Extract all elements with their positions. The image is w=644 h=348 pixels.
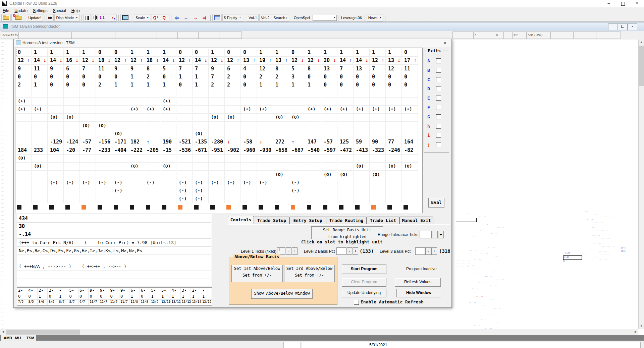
grid-cell[interactable] bbox=[306, 195, 321, 203]
update-underlying-button[interactable]: Update Underlying bbox=[342, 289, 386, 297]
grid-cell[interactable]: 11 bbox=[402, 65, 418, 73]
grid-cell[interactable]: (O) bbox=[289, 114, 305, 122]
grid-cell[interactable] bbox=[225, 195, 241, 203]
grid-cell[interactable] bbox=[145, 130, 160, 138]
grid-cell[interactable] bbox=[225, 90, 241, 98]
grid-cell[interactable] bbox=[96, 106, 112, 114]
grid-cell[interactable] bbox=[306, 122, 321, 130]
menu-file[interactable]: File bbox=[0, 8, 12, 14]
grid-cell[interactable]: (+) bbox=[16, 106, 32, 114]
grid-cell[interactable] bbox=[354, 187, 370, 195]
grid-cell[interactable]: 8 bbox=[273, 65, 289, 73]
grid-cell[interactable] bbox=[402, 155, 418, 163]
strip-date[interactable]: 13/9 bbox=[150, 300, 160, 305]
grid-cell[interactable]: 0 bbox=[386, 73, 402, 81]
grid-cell[interactable]: (-) bbox=[177, 187, 193, 195]
slot-square[interactable] bbox=[371, 205, 376, 210]
grid-cell[interactable]: 1 bbox=[354, 49, 370, 57]
grid-cell[interactable]: (-) bbox=[177, 195, 193, 203]
slot-square[interactable] bbox=[146, 205, 150, 210]
grid-cell[interactable]: 0 bbox=[64, 73, 80, 81]
grid-cell[interactable]: 1 bbox=[209, 49, 225, 57]
grid-cell[interactable]: -902 bbox=[225, 147, 241, 155]
grid-cell[interactable]: 6 bbox=[225, 65, 241, 73]
grid-cell[interactable] bbox=[338, 179, 354, 187]
grid-cell[interactable]: 11 bbox=[32, 65, 48, 73]
level1-plus-button[interactable]: + bbox=[292, 247, 298, 255]
range-tol-plus-button[interactable]: + bbox=[438, 231, 444, 238]
grid-cell[interactable]: (-) bbox=[112, 187, 128, 195]
grid-cell[interactable]: 0 bbox=[112, 73, 128, 81]
grid-cell[interactable] bbox=[241, 98, 257, 106]
grid-cell[interactable]: 59 bbox=[354, 138, 370, 146]
grid-cell[interactable]: -597 bbox=[322, 147, 337, 155]
grid-cell[interactable] bbox=[48, 98, 64, 106]
grid-cell[interactable]: 0 bbox=[402, 49, 418, 57]
grid-cell[interactable]: 9 bbox=[209, 65, 225, 73]
grid-cell[interactable]: 12↑ bbox=[112, 57, 128, 65]
grid-cell[interactable]: 1 bbox=[32, 49, 48, 57]
grid-cell[interactable] bbox=[48, 155, 64, 163]
strip-cell[interactable]: - bbox=[201, 288, 211, 294]
grid-cell[interactable]: 0 bbox=[193, 49, 209, 57]
grid-cell[interactable] bbox=[338, 187, 354, 195]
grid-cell[interactable] bbox=[112, 114, 128, 122]
grid-cell[interactable]: 8 bbox=[306, 65, 321, 73]
strip-cell[interactable]: 9- bbox=[99, 288, 109, 294]
grid-cell[interactable]: 12↑ bbox=[177, 57, 193, 65]
grid-cell[interactable]: -536 bbox=[177, 147, 193, 155]
grid-cell[interactable] bbox=[289, 130, 305, 138]
grid-cell[interactable]: (-) bbox=[225, 179, 241, 187]
grid-cell[interactable]: -540 bbox=[306, 147, 321, 155]
level1-input[interactable]: 1 bbox=[277, 247, 285, 255]
grid-cell[interactable] bbox=[128, 155, 144, 163]
grid-cell[interactable] bbox=[322, 163, 337, 171]
grid-cell[interactable] bbox=[257, 155, 273, 163]
slot-square[interactable] bbox=[387, 205, 392, 210]
strip-date[interactable]: 7/5 bbox=[17, 300, 27, 305]
grid-cell[interactable] bbox=[32, 171, 48, 179]
scale-dropdown[interactable]: Scale▼ bbox=[134, 14, 151, 21]
grid-cell[interactable] bbox=[338, 195, 354, 203]
grid-cell[interactable] bbox=[289, 122, 305, 130]
grid-cell[interactable]: (+) bbox=[338, 106, 354, 114]
grid-cell[interactable] bbox=[112, 163, 128, 171]
grid-cell[interactable] bbox=[209, 155, 225, 163]
grid-cell[interactable]: 1 bbox=[257, 81, 273, 89]
strip-date[interactable]: 10/7 bbox=[89, 300, 99, 305]
grid-cell[interactable] bbox=[161, 90, 176, 98]
child-toolbar-cell[interactable] bbox=[71, 32, 117, 39]
strip-cell[interactable]: 1 bbox=[191, 294, 201, 299]
grid-cell[interactable] bbox=[273, 122, 289, 130]
grid-cell[interactable]: (-) bbox=[48, 179, 64, 187]
grid-cell[interactable] bbox=[306, 114, 321, 122]
strip-cell[interactable]: 6- bbox=[140, 288, 150, 294]
grid-cell[interactable] bbox=[96, 195, 112, 203]
slot-square[interactable] bbox=[162, 205, 166, 210]
slot-square[interactable] bbox=[291, 205, 295, 210]
grid-cell[interactable]: (-) bbox=[193, 179, 209, 187]
grid-cell[interactable] bbox=[402, 90, 418, 98]
grid-cell[interactable] bbox=[402, 195, 418, 203]
grid-cell[interactable] bbox=[225, 106, 241, 114]
grid-cell[interactable]: -135 bbox=[193, 138, 209, 146]
slot-square[interactable] bbox=[194, 205, 199, 210]
grid-cell[interactable]: 20↓ bbox=[322, 57, 337, 65]
grid-cell[interactable]: 1 bbox=[289, 81, 305, 89]
grid-cell[interactable] bbox=[354, 90, 370, 98]
grid-cell[interactable] bbox=[273, 106, 289, 114]
bars-1-1-icon[interactable]: 1-1 bbox=[92, 14, 106, 21]
strip-cell[interactable]: 5- bbox=[68, 288, 78, 294]
grid-cell[interactable] bbox=[112, 90, 128, 98]
grid-cell[interactable]: -57 bbox=[80, 138, 96, 146]
grid-cell[interactable] bbox=[273, 179, 289, 187]
grid-cell[interactable]: 6 bbox=[64, 65, 80, 73]
grid-cell[interactable]: (-) bbox=[257, 179, 273, 187]
grid-cell[interactable] bbox=[177, 106, 193, 114]
grid-cell[interactable] bbox=[64, 155, 80, 163]
grid-cell[interactable]: 184 bbox=[16, 147, 32, 155]
grid-cell[interactable]: (O) bbox=[64, 114, 80, 122]
exit-checkbox-h[interactable] bbox=[436, 124, 441, 129]
grid-cell[interactable]: 14↓ bbox=[354, 57, 370, 65]
grid-cell[interactable] bbox=[386, 179, 402, 187]
